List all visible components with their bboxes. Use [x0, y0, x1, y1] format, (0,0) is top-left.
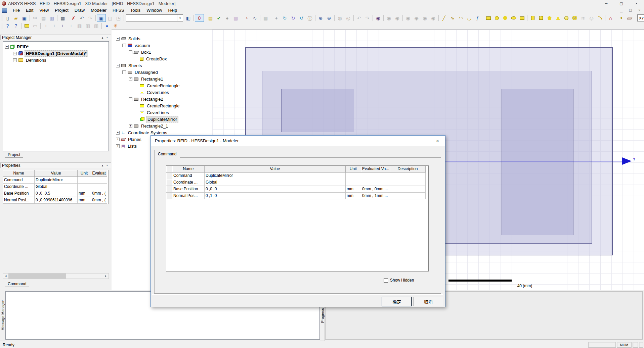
selection-combobox[interactable]: ▾: [126, 14, 183, 21]
boundary-display-icon[interactable]: ✳: [111, 22, 120, 29]
property-value-cell[interactable]: 0 ,0 ,0.5: [35, 190, 78, 197]
property-value-cell[interactable]: mm: [346, 186, 361, 193]
draw-sphere-icon[interactable]: [562, 14, 570, 21]
model-tree-item-coordinate-systems[interactable]: +∟Coordinate Systems: [113, 129, 212, 136]
mdi-minimize-icon[interactable]: ▁: [617, 7, 626, 13]
project-variables-icon[interactable]: ◧: [184, 14, 192, 21]
message-manager-strip[interactable]: Message Manager: [0, 290, 5, 341]
property-value-cell[interactable]: DuplicateMirror: [35, 177, 78, 184]
draw-cone-icon[interactable]: [554, 14, 562, 21]
draw-torus-icon[interactable]: [570, 14, 579, 21]
property-value-cell[interactable]: [390, 179, 426, 186]
properties-hscrollbar[interactable]: ◄ ►: [3, 273, 109, 279]
maximize-icon[interactable]: ▢: [614, 0, 629, 7]
model-tree-item-coverlines[interactable]: CoverLines: [113, 89, 212, 96]
snap-to-edge-icon[interactable]: +: [58, 22, 67, 29]
draw-regular-polyhedron-icon[interactable]: [545, 14, 554, 21]
collapse-icon[interactable]: −: [129, 50, 132, 54]
row-header[interactable]: [166, 172, 172, 179]
property-value-cell[interactable]: Global: [205, 179, 346, 186]
expand-icon[interactable]: +: [129, 124, 132, 128]
analyze-all-icon[interactable]: ●: [223, 14, 231, 21]
zoom-in-icon[interactable]: ⊕: [316, 14, 325, 21]
menu-file[interactable]: File: [10, 7, 23, 13]
undo-icon[interactable]: ↶: [78, 14, 86, 21]
model-tree-item-unassigned[interactable]: −Unassigned: [113, 69, 212, 76]
minimize-icon[interactable]: ─: [599, 0, 614, 7]
context-help-icon[interactable]: ?: [12, 22, 20, 29]
property-value-cell[interactable]: [346, 179, 361, 186]
collapse-icon[interactable]: −: [122, 44, 126, 47]
new-file-icon[interactable]: ▯: [3, 14, 12, 21]
menu-hfss[interactable]: HFSS: [110, 7, 127, 13]
property-value-cell[interactable]: [390, 193, 426, 199]
property-value-cell[interactable]: [361, 172, 390, 179]
draw-ellipse-icon[interactable]: [492, 14, 501, 21]
property-value-cell[interactable]: mm: [346, 193, 361, 199]
draw-spline-icon[interactable]: ∿: [448, 14, 457, 21]
draw-arc-center-icon[interactable]: ◠: [457, 14, 465, 21]
draw-equation-surface-icon[interactable]: [518, 14, 526, 21]
create-report-icon[interactable]: ∿: [251, 14, 259, 21]
show-hidden-checkbox[interactable]: [384, 278, 388, 283]
collapse-icon[interactable]: −: [116, 37, 120, 41]
print-icon[interactable]: ▦: [58, 14, 67, 21]
model-tree-item-sheets[interactable]: −Sheets: [113, 62, 212, 69]
property-value-cell[interactable]: [78, 177, 91, 184]
model-tree-item-solids[interactable]: −Solids: [113, 35, 212, 42]
chevron-down-icon[interactable]: ▾: [177, 15, 183, 21]
expand-icon[interactable]: +: [116, 138, 120, 141]
draw-arc-3pt-icon[interactable]: ◡: [465, 14, 473, 21]
draw-plane-icon[interactable]: [626, 14, 634, 21]
draw-cylinder-icon[interactable]: [528, 14, 537, 21]
model-tree-item-rectangle2-1[interactable]: +Rectangle2_1: [113, 122, 212, 129]
collapse-icon[interactable]: −: [129, 97, 132, 101]
property-value-cell[interactable]: [346, 172, 361, 179]
tab-project[interactable]: Project: [5, 151, 23, 158]
dialog-title-bar[interactable]: Properties: RFID - HFSSDesign1 - Modeler: [151, 136, 445, 146]
menu-modeler[interactable]: Modeler: [88, 7, 110, 13]
expand-icon[interactable]: +: [13, 52, 17, 55]
expand-icon[interactable]: +: [116, 144, 120, 148]
model-tree-item-box1[interactable]: −Box1: [113, 49, 212, 55]
dialog-close-icon[interactable]: ×: [430, 136, 445, 146]
project-tree-item-rfid-[interactable]: −RFID*: [3, 43, 109, 50]
property-value-cell[interactable]: [91, 177, 107, 184]
draw-line-icon[interactable]: ╱: [440, 14, 448, 21]
expand-icon[interactable]: +: [13, 58, 17, 62]
paste-icon[interactable]: ▥: [48, 14, 56, 21]
solution-type-icon[interactable]: 0: [195, 14, 204, 22]
row-header[interactable]: [166, 186, 172, 193]
snap-to-vertex-icon[interactable]: +: [42, 22, 50, 29]
collapse-icon[interactable]: −: [122, 70, 126, 74]
scroll-right-icon[interactable]: ►: [103, 274, 109, 279]
draw-regular-polygon-icon[interactable]: [501, 14, 509, 21]
panel-collapse-icon[interactable]: ▴: [100, 164, 105, 167]
design-settings-icon[interactable]: ▤: [206, 14, 215, 21]
expand-icon[interactable]: +: [116, 131, 120, 135]
pan-icon[interactable]: +: [272, 14, 281, 21]
panel-collapse-icon[interactable]: ▴: [100, 36, 105, 39]
collapse-icon[interactable]: −: [116, 64, 120, 67]
draw-equation-curve-icon[interactable]: ƒ: [473, 14, 482, 21]
model-tree-item-createrectangle[interactable]: CreateRectangle: [113, 82, 212, 89]
draw-box-icon[interactable]: [537, 14, 545, 21]
menu-edit[interactable]: Edit: [23, 7, 36, 13]
model-tree-item-duplicatemirror[interactable]: DuplicateMirror: [113, 116, 212, 122]
property-value-cell[interactable]: mm: [78, 190, 91, 197]
draw-rectangle-icon[interactable]: [484, 14, 492, 21]
property-value-cell[interactable]: [390, 186, 426, 193]
menu-tools[interactable]: Tools: [127, 7, 143, 13]
project-tree-item-definitions[interactable]: +Definitions: [3, 57, 109, 63]
panel-close-icon[interactable]: ×: [105, 36, 110, 39]
model-tree-item-createrectangle[interactable]: CreateRectangle: [113, 102, 212, 109]
model-tree-item-createbox[interactable]: CreateBox: [113, 55, 212, 62]
tab-command[interactable]: Command: [5, 281, 29, 287]
drawing-plane-combobox[interactable]: XY▾: [637, 14, 644, 21]
row-header[interactable]: [166, 179, 172, 186]
collapse-icon[interactable]: −: [5, 45, 9, 49]
hide-show-objects-icon[interactable]: ◉: [374, 14, 382, 21]
collapse-icon[interactable]: −: [129, 77, 132, 81]
dialog-tab-command[interactable]: Command: [154, 150, 180, 158]
property-value-cell[interactable]: [91, 184, 107, 190]
